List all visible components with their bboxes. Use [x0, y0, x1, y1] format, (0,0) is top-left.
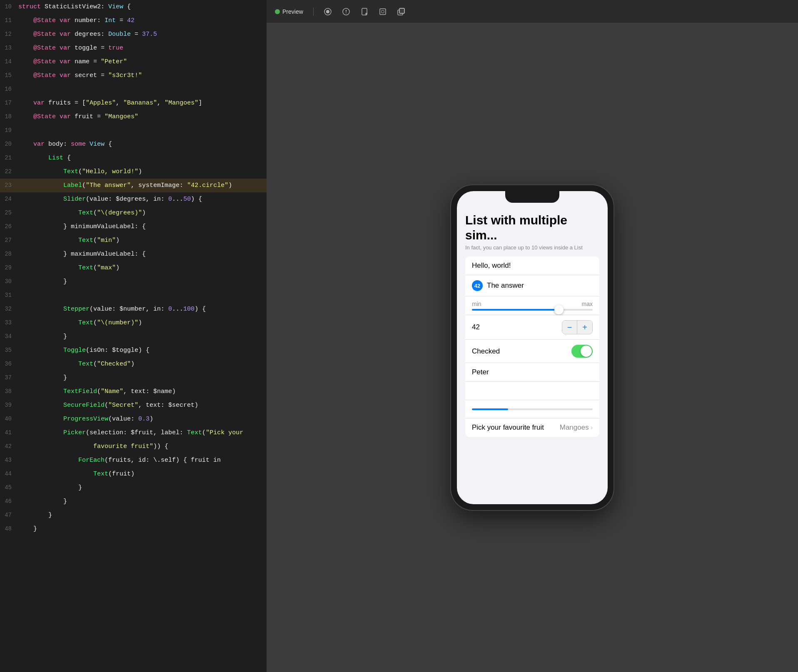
- rotate-button[interactable]: [360, 7, 369, 16]
- code-token-plain: (: [202, 429, 206, 436]
- code-token-kw: var: [60, 45, 71, 52]
- list-row-toggle: Checked: [465, 340, 599, 363]
- line-content: @State var name = "Peter": [18, 55, 127, 69]
- inspect-button[interactable]: [342, 7, 350, 16]
- svg-rect-7: [382, 10, 384, 13]
- phone-notch: [505, 191, 559, 203]
- line-content: @State var toggle = true: [18, 41, 123, 55]
- code-token-plain: [18, 237, 78, 244]
- code-line-11: 11 @State var number: Int = 42: [0, 14, 267, 27]
- code-token-plain: fruit =: [71, 113, 105, 120]
- code-token-plain: [56, 45, 60, 52]
- code-token-plain: [18, 457, 78, 464]
- line-number: 29: [3, 261, 18, 275]
- line-content: @State var secret = "s3cr3t!": [18, 69, 142, 82]
- code-token-plain: (value:: [108, 416, 138, 423]
- code-line-23: 23 Label("The answer", systemImage: "42.…: [0, 179, 267, 192]
- code-token-kw: var: [33, 141, 45, 148]
- code-line-20: 20 var body: some View {: [0, 137, 267, 151]
- code-token-type: View: [90, 141, 105, 148]
- code-token-plain: [18, 113, 33, 120]
- code-token-kw2: @State: [33, 58, 56, 65]
- code-token-plain: body:: [45, 141, 71, 148]
- code-token-str: "\(number)": [97, 319, 138, 326]
- line-number: 22: [3, 165, 18, 179]
- code-token-plain: }: [18, 333, 67, 340]
- code-token-plain: [18, 196, 63, 203]
- live-indicator: [275, 9, 280, 14]
- line-content: Label("The answer", systemImage: "42.cir…: [18, 179, 232, 192]
- line-content: [18, 124, 33, 137]
- code-token-plain: {: [105, 141, 112, 148]
- code-token-plain: }: [18, 498, 67, 505]
- list-row-secret[interactable]: [465, 382, 599, 400]
- line-content: List {: [18, 151, 71, 165]
- list-row-slider[interactable]: min max: [465, 296, 599, 315]
- code-token-str: "Name": [101, 388, 123, 395]
- line-content: @State var number: Int = 42: [18, 14, 135, 27]
- list-row-hello: Hello, world!: [465, 256, 599, 275]
- line-number: 38: [3, 385, 18, 398]
- code-token-num: 100: [183, 306, 195, 313]
- duplicate-button[interactable]: [397, 7, 405, 16]
- record-button[interactable]: [324, 7, 332, 16]
- code-token-str: "Checked": [97, 361, 131, 368]
- code-line-21: 21 List {: [0, 151, 267, 165]
- line-content: }: [18, 508, 52, 522]
- code-token-plain: [18, 402, 63, 409]
- list-row-name[interactable]: Peter: [465, 363, 599, 382]
- line-number: 39: [3, 398, 18, 412]
- code-token-fn: SecureField: [63, 402, 105, 409]
- code-line-32: 32 Stepper(value: $number, in: 0...100) …: [0, 302, 267, 316]
- code-line-16: 16: [0, 82, 267, 96]
- code-token-str: "Bananas": [123, 100, 157, 107]
- code-token-plain: }: [18, 525, 37, 533]
- line-content: Picker(selection: $fruit, label: Text("P…: [18, 426, 243, 440]
- app-subtitle: In fact, you can place up to 10 views in…: [465, 244, 599, 251]
- code-line-24: 24 Slider(value: $degrees, in: 0...50) {: [0, 192, 267, 206]
- code-line-33: 33 Text("\(number)"): [0, 316, 267, 330]
- line-content: }: [18, 495, 67, 508]
- code-token-kw2: @State: [33, 72, 56, 79]
- preview-button[interactable]: Preview: [275, 8, 303, 15]
- slider-thumb[interactable]: [554, 305, 564, 314]
- line-content: ProgressView(value: 0.3): [18, 412, 153, 426]
- stepper-decrement-button[interactable]: −: [562, 321, 577, 334]
- code-line-44: 44 Text(fruit): [0, 467, 267, 481]
- svg-point-1: [326, 10, 329, 13]
- device-button[interactable]: [379, 7, 387, 16]
- line-number: 41: [3, 426, 18, 440]
- stepper-increment-button[interactable]: +: [577, 321, 592, 334]
- list-row-picker[interactable]: Pick your favourite fruit Mangoes ›: [465, 418, 599, 437]
- code-token-plain: (: [82, 182, 86, 189]
- code-token-kw: true: [108, 45, 123, 52]
- code-token-plain: ,: [116, 100, 123, 107]
- line-number: 25: [3, 206, 18, 220]
- toggle-switch[interactable]: [571, 345, 593, 358]
- code-token-num: 0: [168, 196, 172, 203]
- code-token-fn: ForEach: [78, 457, 105, 464]
- line-number: 23: [3, 179, 18, 192]
- code-token-plain: )) {: [153, 443, 168, 450]
- line-number: 24: [3, 192, 18, 206]
- code-token-plain: degrees:: [71, 31, 108, 38]
- line-content: Text("\(number)"): [18, 316, 142, 330]
- stepper-controls: − +: [562, 320, 593, 334]
- line-number: 11: [3, 14, 18, 27]
- code-token-plain: , systemImage:: [131, 182, 187, 189]
- code-token-kw: some: [71, 141, 86, 148]
- slider-track[interactable]: [472, 309, 593, 311]
- code-token-plain: [56, 31, 60, 38]
- code-token-str: favourite fruit": [93, 443, 153, 450]
- code-token-plain: [18, 100, 33, 107]
- line-number: 12: [3, 27, 18, 41]
- line-number: 27: [3, 234, 18, 247]
- code-token-plain: }: [18, 484, 82, 491]
- line-number: 19: [3, 124, 18, 137]
- code-token-plain: , text: $secret): [138, 402, 198, 409]
- list-row-answer: 42 The answer: [465, 275, 599, 296]
- code-token-str: "\(degrees)": [97, 209, 142, 217]
- code-token-plain: (: [93, 209, 97, 217]
- phone-container: List with multiple sim... In fact, you c…: [451, 23, 613, 672]
- answer-badge: 42: [472, 280, 483, 291]
